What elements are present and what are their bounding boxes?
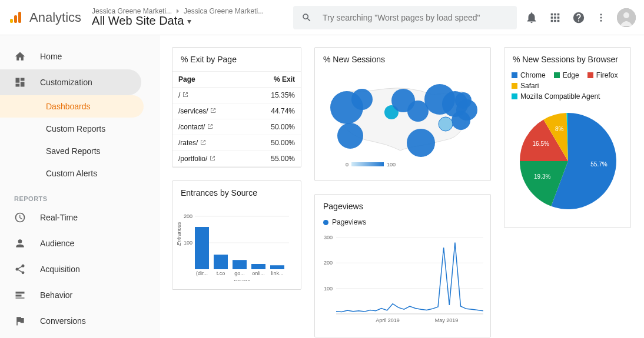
svg-text:8%: 8%: [555, 126, 564, 132]
card-exit-by-page: % Exit by Page Page% Exit / 15.35% /serv…: [172, 47, 301, 168]
cell-page: /: [178, 91, 180, 99]
help-icon[interactable]: [572, 11, 585, 24]
card-title: % Exit by Page: [172, 48, 301, 71]
card-title: Pageviews: [315, 195, 490, 218]
sidebar-reports-header: REPORTS: [0, 185, 160, 205]
external-link-icon[interactable]: [210, 108, 216, 113]
pageviews-line-chart: 100200300April 2019May 2019: [315, 229, 492, 329]
view-name: All Web Site Data: [92, 14, 184, 28]
svg-text:t.co: t.co: [217, 270, 225, 276]
sidebar-label: Audience: [40, 239, 74, 248]
sidebar-item-behavior[interactable]: Behavior: [0, 282, 160, 308]
behavior-icon: [14, 289, 26, 301]
col-page: Page: [172, 72, 247, 88]
search-icon: [301, 12, 312, 23]
svg-text:300: 300: [324, 235, 333, 240]
legend-swatch-icon: [512, 72, 517, 78]
sidebar-item-audience[interactable]: Audience: [0, 230, 160, 256]
brand-name: Analytics: [29, 10, 81, 25]
svg-text:200: 200: [324, 260, 333, 266]
sidebar-sub-dashboards[interactable]: Dashboards: [0, 95, 144, 118]
sidebar-sub-custom-alerts[interactable]: Custom Alerts: [0, 162, 160, 185]
legend-label: Firefox: [596, 71, 618, 79]
svg-rect-14: [214, 255, 228, 269]
svg-text:100: 100: [387, 162, 396, 168]
sidebar-label: Conversions: [40, 316, 86, 326]
person-icon: [14, 237, 26, 249]
account-avatar[interactable]: [617, 8, 636, 27]
legend-label: Edge: [563, 71, 579, 79]
notifications-icon[interactable]: [525, 11, 538, 24]
svg-point-35: [452, 111, 470, 130]
search-placeholder: Try searching "Worst pages by load speed…: [323, 13, 480, 22]
sidebar-item-home[interactable]: Home: [0, 43, 160, 69]
exit-table: Page% Exit / 15.35% /services/ 44.74% /c…: [172, 71, 301, 167]
external-link-icon[interactable]: [210, 155, 215, 161]
sidebar-label: Real-Time: [40, 213, 78, 222]
svg-rect-0: [10, 19, 13, 23]
table-row[interactable]: / 15.35%: [172, 88, 301, 103]
legend-swatch-icon: [587, 72, 593, 78]
card-new-sessions-map: % New Sessions 0100: [314, 47, 491, 181]
entrances-bar-chart: 100200(dir...t.cogo...onli...link...Entr…: [172, 205, 302, 281]
svg-point-36: [439, 117, 453, 131]
caret-down-icon: ▾: [187, 16, 191, 26]
external-link-icon[interactable]: [207, 123, 213, 129]
svg-text:19.3%: 19.3%: [534, 173, 550, 180]
cell-exit: 55.00%: [247, 151, 301, 167]
table-row[interactable]: /portfolio/ 55.00%: [172, 151, 301, 167]
cell-page: /services/: [178, 107, 208, 115]
external-link-icon[interactable]: [182, 92, 188, 98]
svg-text:April 2019: April 2019: [376, 317, 400, 323]
legend-label: Pageviews: [332, 218, 366, 226]
search-box[interactable]: Try searching "Worst pages by load speed…: [293, 6, 517, 29]
sidebar-item-conversions[interactable]: Conversions: [0, 308, 160, 334]
svg-text:Source: Source: [234, 279, 251, 281]
home-icon: [14, 51, 26, 62]
avatar-icon: [617, 8, 636, 27]
legend-swatch-icon: [554, 72, 560, 78]
svg-text:100: 100: [324, 286, 333, 292]
chevron-right-icon: [175, 9, 180, 14]
clock-icon: [14, 212, 26, 223]
svg-rect-12: [195, 227, 209, 269]
analytics-logo-icon: [8, 11, 22, 25]
svg-point-3: [600, 14, 602, 15]
card-title: Entrances by Source: [172, 181, 301, 205]
sidebar: Home Customization Dashboards Custom Rep…: [0, 35, 160, 338]
legend-label: Mozilla Compatible Agent: [520, 92, 600, 101]
svg-point-5: [600, 19, 602, 21]
cell-exit: 50.00%: [247, 135, 301, 151]
card-title: % New Sessions: [315, 48, 490, 71]
svg-text:16.5%: 16.5%: [533, 140, 549, 147]
card-title: % New Sessions by Browser: [504, 48, 630, 71]
svg-point-30: [407, 129, 435, 157]
svg-text:go...: go...: [234, 270, 245, 276]
card-new-sessions-by-browser: % New Sessions by Browser Chrome Edge Fi…: [504, 47, 631, 228]
sidebar-sub-saved-reports[interactable]: Saved Reports: [0, 140, 160, 162]
sidebar-sub-custom-reports[interactable]: Custom Reports: [0, 118, 160, 140]
svg-rect-20: [270, 265, 284, 269]
card-pageviews: Pageviews Pageviews 100200300April 2019M…: [314, 194, 491, 337]
table-row[interactable]: /services/ 44.74%: [172, 103, 301, 119]
svg-text:onli...: onli...: [252, 270, 265, 276]
apps-icon[interactable]: [549, 11, 562, 24]
table-row[interactable]: /contact/ 50.00%: [172, 119, 301, 135]
flag-icon: [14, 315, 26, 327]
dashboard-icon: [14, 76, 26, 88]
svg-rect-2: [18, 12, 21, 23]
cell-page: /contact/: [178, 123, 205, 131]
sidebar-label: Behavior: [40, 290, 72, 300]
sidebar-item-realtime[interactable]: Real-Time: [0, 205, 160, 230]
sidebar-label: Customization: [40, 78, 92, 87]
sidebar-item-acquisition[interactable]: Acquisition: [0, 256, 160, 282]
legend-swatch-icon: [512, 83, 517, 89]
more-vert-icon[interactable]: [596, 11, 606, 24]
table-row[interactable]: /rates/ 50.00%: [172, 135, 301, 151]
svg-rect-18: [251, 264, 265, 269]
external-link-icon[interactable]: [200, 139, 206, 145]
property-selector[interactable]: Jessica Greene Marketi... Jessica Greene…: [92, 7, 264, 28]
legend-label: Safari: [520, 82, 539, 90]
sidebar-item-customization[interactable]: Customization: [0, 69, 141, 95]
cell-exit: 44.74%: [247, 103, 301, 119]
